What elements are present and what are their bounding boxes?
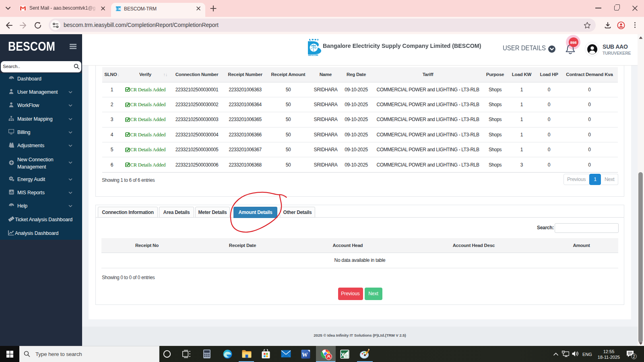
svg-text:BESCOM: BESCOM <box>308 54 318 56</box>
svg-text:W: W <box>302 352 308 358</box>
svg-text:X: X <box>341 352 345 358</box>
